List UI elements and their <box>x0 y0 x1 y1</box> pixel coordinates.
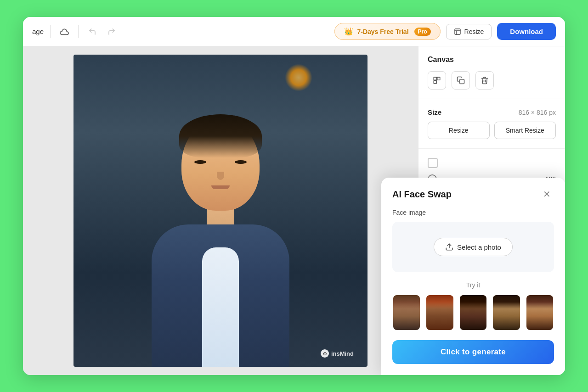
watermark-text: insMind <box>331 350 354 357</box>
sample-face-4[interactable] <box>492 294 520 331</box>
smart-resize-option-button[interactable]: Smart Resize <box>494 122 556 139</box>
divider <box>50 25 51 38</box>
top-bar-left: age <box>32 24 119 39</box>
face-inner-5 <box>526 295 553 330</box>
canvas-section-title: Canvas <box>428 56 556 64</box>
redo-icon <box>107 28 116 36</box>
size-row: Size 816 × 816 px <box>428 108 556 116</box>
head <box>181 119 260 211</box>
canvas-copy-button[interactable] <box>452 71 470 90</box>
sample-face-2[interactable] <box>425 294 454 331</box>
sample-face-3[interactable] <box>459 294 487 331</box>
face-swap-dialog: AI Face Swap ✕ Face image Select a photo… <box>381 178 565 375</box>
trash-icon <box>481 76 489 84</box>
dialog-title: AI Face Swap <box>392 189 452 200</box>
watermark: ⊙ insMind <box>321 349 354 358</box>
face-hair-5 <box>526 295 553 309</box>
nose <box>217 172 224 180</box>
face-hair-4 <box>493 295 520 309</box>
face-inner-2 <box>426 295 453 330</box>
svg-rect-1 <box>434 77 436 80</box>
undo-button[interactable] <box>85 24 100 39</box>
face-hair-3 <box>460 295 486 309</box>
upload-icon <box>445 243 453 251</box>
trial-button[interactable]: 👑 7-Days Free Trial Pro <box>334 23 440 40</box>
svg-rect-2 <box>437 77 440 80</box>
dialog-body: Face image Select a photo Try it <box>381 209 565 375</box>
align-icon <box>433 76 441 84</box>
layer-checkbox[interactable] <box>428 158 438 168</box>
undo-icon <box>88 28 96 36</box>
resize-option-button[interactable]: Resize <box>428 122 490 139</box>
hair <box>179 114 262 158</box>
resize-header-label: Resize <box>464 28 484 35</box>
svg-rect-4 <box>460 79 464 84</box>
photo-upload-area[interactable]: Select a photo <box>392 222 554 272</box>
figure <box>147 82 294 367</box>
top-bar-right: 👑 7-Days Free Trial Pro Resize Download <box>334 23 556 40</box>
canvas-section: Canvas <box>418 46 565 99</box>
watermark-icon: ⊙ <box>321 349 329 358</box>
svg-rect-0 <box>455 29 460 34</box>
resize-header-button[interactable]: Resize <box>446 24 492 39</box>
try-it-section: Try it <box>392 281 554 331</box>
canvas-frame: ⊙ insMind <box>74 55 368 367</box>
face-image-label: Face image <box>392 209 554 216</box>
generate-button[interactable]: Click to generate <box>392 340 554 364</box>
sample-face-5[interactable] <box>526 294 554 331</box>
try-it-label: Try it <box>392 281 554 289</box>
face-inner-4 <box>493 295 520 330</box>
download-button[interactable]: Download <box>497 23 556 40</box>
redo-button[interactable] <box>104 24 119 39</box>
size-value: 816 × 816 px <box>519 109 556 116</box>
copy-icon <box>457 76 465 84</box>
shirt <box>202 247 239 367</box>
sample-face-1[interactable] <box>392 294 421 331</box>
canvas-area: ⊙ insMind <box>23 46 418 375</box>
resize-buttons: Resize Smart Resize <box>428 122 556 139</box>
divider2 <box>78 25 79 38</box>
resize-icon <box>454 28 461 35</box>
top-bar: age <box>23 17 565 46</box>
crown-icon: 👑 <box>344 27 353 36</box>
dialog-close-button[interactable]: ✕ <box>539 187 554 202</box>
size-label: Size <box>428 108 441 116</box>
face-hair-2 <box>426 295 453 309</box>
select-photo-label: Select a photo <box>457 243 501 251</box>
face-inner-3 <box>460 295 486 330</box>
portrait-image: ⊙ insMind <box>74 55 368 367</box>
pro-badge: Pro <box>414 28 431 36</box>
size-section: Size 816 × 816 px Resize Smart Resize <box>418 99 565 149</box>
page-label: age <box>32 28 44 35</box>
trial-label: 7-Days Free Trial <box>357 28 408 35</box>
face-hair-1 <box>393 295 420 309</box>
canvas-actions <box>428 71 556 90</box>
mouth <box>211 185 230 189</box>
app-container: age <box>23 17 565 375</box>
cloud-icon <box>59 28 69 36</box>
cloud-save-button[interactable] <box>57 24 72 39</box>
right-eye <box>235 160 247 164</box>
svg-rect-3 <box>434 81 436 84</box>
left-eye <box>194 160 206 164</box>
canvas-align-button[interactable] <box>428 71 446 90</box>
sample-faces <box>392 294 554 331</box>
dialog-header: AI Face Swap ✕ <box>381 178 565 209</box>
face-inner-1 <box>393 295 420 330</box>
select-photo-button[interactable]: Select a photo <box>434 238 513 256</box>
canvas-delete-button[interactable] <box>475 71 494 90</box>
